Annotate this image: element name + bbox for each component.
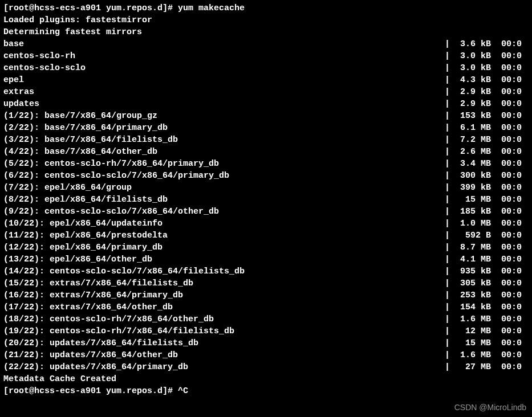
download-line: (20/22): updates/7/x86_64/filelists_db| …: [3, 337, 529, 349]
download-line-label: (10/22): epel/x86_64/updateinfo: [3, 218, 163, 230]
download-line-size: | 935 kB 00:0: [445, 265, 529, 277]
post-message-0: Metadata Cache Created: [3, 373, 529, 385]
download-line: (18/22): centos-sclo-rh/7/x86_64/other_d…: [3, 313, 529, 325]
download-line: (12/22): epel/x86_64/primary_db| 8.7 MB …: [3, 242, 529, 254]
download-line-size: | 2.6 MB 00:0: [445, 146, 529, 158]
prompt-text: [root@hcss-ecs-a901 yum.repos.d]#: [3, 386, 178, 396]
download-line: (9/22): centos-sclo-sclo/7/x86_64/other_…: [3, 206, 529, 218]
repo-line-label: centos-sclo-rh: [3, 50, 75, 62]
download-line-label: (18/22): centos-sclo-rh/7/x86_64/other_d…: [3, 313, 214, 325]
repo-line-label: updates: [3, 98, 39, 110]
repo-line: epel| 4.3 kB 00:0: [3, 74, 529, 86]
download-line-label: (8/22): epel/x86_64/filelists_db: [3, 194, 168, 206]
repo-line-size: | 3.0 kB 00:0: [445, 62, 529, 74]
download-line: (22/22): updates/7/x86_64/primary_db| 27…: [3, 361, 529, 373]
repo-line-size: | 4.3 kB 00:0: [445, 74, 529, 86]
download-line-label: (9/22): centos-sclo-sclo/7/x86_64/other_…: [3, 206, 219, 218]
download-line: (17/22): extras/7/x86_64/other_db| 154 k…: [3, 301, 529, 313]
download-line-size: | 253 kB 00:0: [445, 289, 529, 301]
command-entered: ^C: [178, 386, 188, 396]
download-line-size: | 1.6 MB 00:0: [445, 349, 529, 361]
repo-line-label: base: [3, 38, 24, 50]
download-line: (11/22): epel/x86_64/prestodelta| 592 B …: [3, 230, 529, 242]
download-line-size: | 3.4 MB 00:0: [445, 158, 529, 170]
download-line-label: (12/22): epel/x86_64/primary_db: [3, 242, 163, 254]
download-line-label: (20/22): updates/7/x86_64/filelists_db: [3, 337, 198, 349]
download-line: (15/22): extras/7/x86_64/filelists_db| 3…: [3, 277, 529, 289]
download-line: (6/22): centos-sclo-sclo/7/x86_64/primar…: [3, 170, 529, 182]
repo-line-size: | 3.6 kB 00:0: [445, 38, 529, 50]
pre-message-1: Determining fastest mirrors: [3, 26, 529, 38]
repo-line-label: extras: [3, 86, 34, 98]
repo-line: centos-sclo-rh| 3.0 kB 00:0: [3, 50, 529, 62]
download-line-label: (1/22): base/7/x86_64/group_gz: [3, 110, 157, 122]
download-line-label: (7/22): epel/x86_64/group: [3, 182, 132, 194]
download-line-label: (11/22): epel/x86_64/prestodelta: [3, 230, 168, 242]
download-line: (1/22): base/7/x86_64/group_gz| 153 kB 0…: [3, 110, 529, 122]
shell-prompt-2: [root@hcss-ecs-a901 yum.repos.d]# ^C: [3, 385, 529, 397]
repo-line-size: | 2.9 kB 00:0: [445, 98, 529, 110]
download-line: (19/22): centos-sclo-rh/7/x86_64/filelis…: [3, 325, 529, 337]
watermark: CSDN @MicroLindb: [454, 402, 526, 414]
download-line: (2/22): base/7/x86_64/primary_db| 6.1 MB…: [3, 122, 529, 134]
repo-line-label: centos-sclo-sclo: [3, 62, 86, 74]
download-line-label: (4/22): base/7/x86_64/other_db: [3, 146, 157, 158]
download-line: (21/22): updates/7/x86_64/other_db| 1.6 …: [3, 349, 529, 361]
download-line: (4/22): base/7/x86_64/other_db| 2.6 MB 0…: [3, 146, 529, 158]
download-line: (16/22): extras/7/x86_64/primary_db| 253…: [3, 289, 529, 301]
download-line: (8/22): epel/x86_64/filelists_db| 15 MB …: [3, 194, 529, 206]
repo-line: base| 3.6 kB 00:0: [3, 38, 529, 50]
download-line: (10/22): epel/x86_64/updateinfo| 1.0 MB …: [3, 218, 529, 230]
command-entered: yum makecache: [178, 3, 245, 13]
repo-line-size: | 3.0 kB 00:0: [445, 50, 529, 62]
download-line-label: (6/22): centos-sclo-sclo/7/x86_64/primar…: [3, 170, 229, 182]
repo-line: centos-sclo-sclo| 3.0 kB 00:0: [3, 62, 529, 74]
download-line: (3/22): base/7/x86_64/filelists_db| 7.2 …: [3, 134, 529, 146]
download-line-size: | 7.2 MB 00:0: [445, 134, 529, 146]
download-line-size: | 15 MB 00:0: [445, 337, 529, 349]
download-line-label: (3/22): base/7/x86_64/filelists_db: [3, 134, 178, 146]
download-line-label: (21/22): updates/7/x86_64/other_db: [3, 349, 178, 361]
repo-line: extras| 2.9 kB 00:0: [3, 86, 529, 98]
download-line: (14/22): centos-sclo-sclo/7/x86_64/filel…: [3, 265, 529, 277]
download-line-size: | 4.1 MB 00:0: [445, 254, 529, 265]
download-line-size: | 1.0 MB 00:0: [445, 218, 529, 230]
download-line-size: | 592 B 00:0: [445, 230, 529, 242]
download-line-size: | 27 MB 00:0: [445, 361, 529, 373]
download-line-label: (22/22): updates/7/x86_64/primary_db: [3, 361, 188, 373]
download-line-size: | 1.6 MB 00:0: [445, 313, 529, 325]
download-line-label: (19/22): centos-sclo-rh/7/x86_64/filelis…: [3, 325, 234, 337]
download-line: (5/22): centos-sclo-rh/7/x86_64/primary_…: [3, 158, 529, 170]
download-line-size: | 305 kB 00:0: [445, 277, 529, 289]
download-line-size: | 153 kB 00:0: [445, 110, 529, 122]
download-line-size: | 6.1 MB 00:0: [445, 122, 529, 134]
download-line-label: (5/22): centos-sclo-rh/7/x86_64/primary_…: [3, 158, 219, 170]
download-line-label: (17/22): extras/7/x86_64/other_db: [3, 301, 173, 313]
terminal-output[interactable]: [root@hcss-ecs-a901 yum.repos.d]# yum ma…: [0, 0, 532, 399]
shell-prompt-1: [root@hcss-ecs-a901 yum.repos.d]# yum ma…: [3, 2, 529, 14]
download-line-size: | 300 kB 00:0: [445, 170, 529, 182]
pre-message-0: Loaded plugins: fastestmirror: [3, 14, 529, 26]
download-line-size: | 154 kB 00:0: [445, 301, 529, 313]
repo-line-size: | 2.9 kB 00:0: [445, 86, 529, 98]
download-line-size: | 8.7 MB 00:0: [445, 242, 529, 254]
download-line-label: (14/22): centos-sclo-sclo/7/x86_64/filel…: [3, 265, 245, 277]
download-line-label: (2/22): base/7/x86_64/primary_db: [3, 122, 168, 134]
repo-line: updates| 2.9 kB 00:0: [3, 98, 529, 110]
download-line-size: | 12 MB 00:0: [445, 325, 529, 337]
prompt-text: [root@hcss-ecs-a901 yum.repos.d]#: [3, 3, 178, 13]
download-line-size: | 185 kB 00:0: [445, 206, 529, 218]
download-line-label: (16/22): extras/7/x86_64/primary_db: [3, 289, 183, 301]
download-line: (13/22): epel/x86_64/other_db| 4.1 MB 00…: [3, 254, 529, 265]
download-line-label: (13/22): epel/x86_64/other_db: [3, 254, 152, 265]
repo-line-label: epel: [3, 74, 24, 86]
download-line-size: | 15 MB 00:0: [445, 194, 529, 206]
download-line-label: (15/22): extras/7/x86_64/filelists_db: [3, 277, 193, 289]
download-line-size: | 399 kB 00:0: [445, 182, 529, 194]
download-line: (7/22): epel/x86_64/group| 399 kB 00:0: [3, 182, 529, 194]
